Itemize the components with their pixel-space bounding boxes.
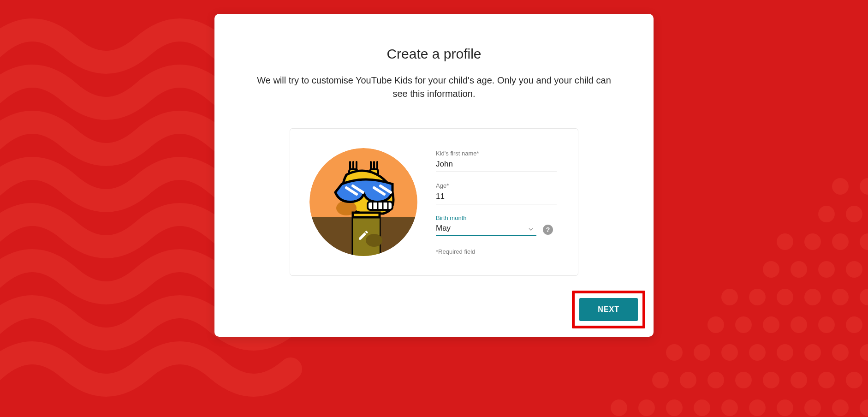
svg-point-27 <box>860 344 868 361</box>
name-input[interactable] <box>436 158 557 172</box>
svg-point-53 <box>611 399 627 416</box>
svg-point-16 <box>804 289 821 305</box>
svg-point-24 <box>763 316 779 333</box>
svg-point-18 <box>749 289 766 305</box>
dialog-card: Create a profile We will try to customis… <box>214 14 654 337</box>
svg-point-48 <box>749 399 766 416</box>
svg-point-47 <box>777 399 793 416</box>
svg-point-36 <box>846 372 862 388</box>
avatar-picker[interactable] <box>309 148 417 256</box>
profile-form: Kid's first name* Age* Birth month ? <box>290 128 578 276</box>
svg-point-4 <box>818 206 835 222</box>
svg-point-5 <box>860 233 868 250</box>
giraffe-avatar-icon <box>309 148 417 256</box>
svg-point-30 <box>777 344 793 361</box>
svg-point-37 <box>818 372 835 388</box>
svg-point-11 <box>818 261 835 278</box>
svg-point-23 <box>791 316 807 333</box>
help-button[interactable]: ? <box>543 225 553 235</box>
svg-point-52 <box>638 399 655 416</box>
svg-point-45 <box>832 399 849 416</box>
svg-point-21 <box>846 316 862 333</box>
svg-point-15 <box>832 289 849 305</box>
page-subtitle: We will try to customise YouTube Kids fo… <box>254 74 614 101</box>
svg-point-10 <box>846 261 862 278</box>
svg-point-42 <box>680 372 696 388</box>
svg-point-31 <box>749 344 766 361</box>
name-label: Kid's first name* <box>436 150 557 157</box>
svg-point-32 <box>721 344 738 361</box>
svg-point-14 <box>860 289 868 305</box>
svg-point-12 <box>791 261 807 278</box>
page-title: Create a profile <box>242 46 626 62</box>
age-input[interactable] <box>436 191 557 204</box>
svg-point-3 <box>846 206 862 222</box>
svg-point-50 <box>694 399 710 416</box>
svg-point-19 <box>721 289 738 305</box>
svg-point-51 <box>666 399 683 416</box>
svg-point-38 <box>791 372 807 388</box>
svg-point-0 <box>860 178 868 195</box>
svg-point-67 <box>366 234 382 247</box>
svg-point-34 <box>666 344 683 361</box>
age-label: Age* <box>436 182 557 189</box>
svg-point-33 <box>694 344 710 361</box>
month-select[interactable] <box>436 223 536 236</box>
svg-point-44 <box>860 399 868 416</box>
month-label: Birth month <box>436 214 557 221</box>
svg-point-26 <box>707 316 724 333</box>
svg-point-28 <box>832 344 849 361</box>
svg-point-49 <box>721 399 738 416</box>
svg-point-17 <box>777 289 793 305</box>
required-note: *Required field <box>436 248 557 255</box>
svg-point-41 <box>707 372 724 388</box>
svg-point-29 <box>804 344 821 361</box>
next-button[interactable]: NEXT <box>579 298 638 321</box>
svg-point-13 <box>763 261 779 278</box>
svg-point-6 <box>832 233 849 250</box>
svg-point-8 <box>777 233 793 250</box>
svg-point-46 <box>804 399 821 416</box>
next-highlight: NEXT <box>572 291 645 328</box>
svg-point-7 <box>804 233 821 250</box>
svg-point-1 <box>832 178 849 195</box>
svg-point-22 <box>818 316 835 333</box>
svg-point-40 <box>735 372 752 388</box>
svg-point-25 <box>735 316 752 333</box>
svg-rect-60 <box>368 202 392 210</box>
svg-point-39 <box>763 372 779 388</box>
svg-point-43 <box>652 372 669 388</box>
